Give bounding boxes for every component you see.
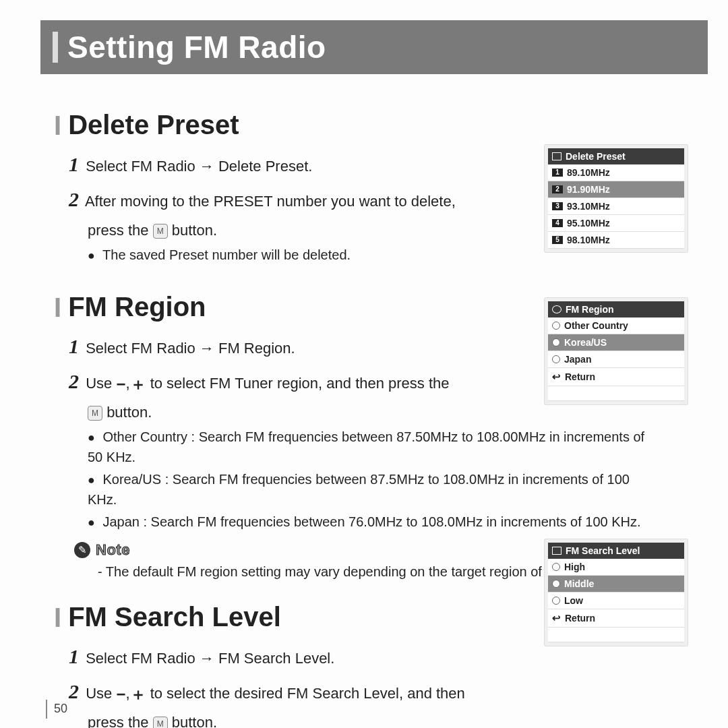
step: 1 Select FM Radio → FM Search Level.: [69, 640, 506, 673]
fm-search-level-screen: FM Search Level High Middle Low ↩Return: [545, 539, 688, 646]
list-item: Japan: [548, 351, 684, 368]
preset-num-icon: 5: [552, 236, 563, 244]
step-text: button.: [107, 404, 152, 421]
step-text: Select FM Radio → Delete Preset.: [86, 158, 312, 175]
step-text: Select FM Radio → FM Region.: [86, 340, 295, 357]
m-button-icon: M: [88, 406, 102, 421]
list-item: 393.10MHz: [548, 198, 684, 215]
list-item: Low: [548, 593, 684, 609]
page-title: Setting FM Radio: [67, 29, 326, 65]
list-item-label: Japan: [564, 354, 591, 365]
step-text: press the: [88, 714, 149, 728]
list-item-label: Low: [564, 595, 583, 606]
step-continuation: press the M button.: [88, 218, 506, 242]
plus-icon: ＋: [130, 685, 146, 703]
list-item-label: Return: [565, 613, 595, 624]
globe-icon: [552, 305, 562, 313]
bullet-text: Other Country : Search FM frequencies be…: [88, 429, 644, 464]
step: 1 Select FM Radio → Delete Preset.: [69, 148, 506, 181]
screen-titlebar: Delete Preset: [548, 148, 684, 164]
radio-icon: [552, 563, 560, 571]
list-item: 495.10MHz: [548, 215, 684, 232]
bullet-icon: ●: [88, 431, 95, 444]
bullet-icon: ●: [88, 249, 95, 262]
bullet: ● Japan : Search FM frequencies between …: [88, 512, 661, 532]
list-item-label: Korea/US: [564, 337, 607, 348]
step-text: button.: [172, 714, 217, 728]
step-continuation: press the M button.: [88, 710, 506, 728]
bullet-text: The saved Preset number will be deleted.: [102, 247, 351, 262]
list-item: 598.10MHz: [548, 232, 684, 249]
list-item-label: 95.10MHz: [567, 218, 610, 229]
step-text: button.: [172, 222, 217, 239]
list-item-empty: [548, 628, 684, 642]
list-item-label: 93.10MHz: [567, 201, 610, 212]
m-button-icon: M: [153, 717, 168, 728]
trash-icon: [552, 152, 562, 160]
step-continuation: M button.: [88, 400, 506, 424]
search-level-icon: [552, 547, 562, 555]
step-text: to select FM Tuner region, and then pres…: [150, 375, 450, 392]
return-icon: ↩: [552, 371, 561, 383]
bullet: ● The saved Preset number will be delete…: [88, 245, 506, 265]
bullet-text: Korea/US : Search FM frequencies between…: [88, 472, 630, 507]
list-item-label: Return: [565, 371, 595, 382]
step-text: Select FM Radio → FM Search Level.: [86, 650, 334, 667]
heading-accent-icon: I: [54, 604, 61, 631]
preset-num-icon: 4: [552, 219, 563, 227]
step-number-2: 2: [69, 370, 79, 392]
step-text: Use: [86, 375, 112, 392]
minus-icon: −: [116, 685, 125, 703]
step-number-2: 2: [69, 680, 79, 702]
screen-title: Delete Preset: [566, 151, 626, 162]
heading-accent-icon: I: [54, 112, 61, 139]
list-item-label: Other Country: [564, 320, 628, 331]
step-text: to select the desired FM Search Level, a…: [150, 685, 465, 702]
list-item: ↩Return: [548, 368, 684, 386]
heading-text: FM Region: [68, 292, 206, 322]
list-item-label: 91.90MHz: [567, 184, 610, 195]
preset-num-icon: 2: [552, 185, 563, 193]
return-icon: ↩: [552, 612, 561, 624]
page-number: 50: [54, 702, 67, 716]
radio-icon: [552, 580, 560, 588]
step-number-2: 2: [69, 188, 79, 210]
list-item-label: 98.10MHz: [567, 235, 610, 245]
radio-icon: [552, 597, 560, 605]
note-label: Note: [96, 541, 130, 559]
step: 2 After moving to the PRESET number you …: [69, 183, 506, 216]
step-number-1: 1: [69, 335, 79, 357]
screen-title: FM Search Level: [566, 545, 640, 556]
delete-preset-screen: Delete Preset 189.10MHz 291.90MHz 393.10…: [545, 145, 688, 252]
heading-text: FM Search Level: [68, 602, 281, 632]
bullet-icon: ●: [88, 473, 95, 487]
page-header: Setting FM Radio: [40, 20, 708, 74]
step: 2 Use −,＋ to select the desired FM Searc…: [69, 675, 506, 708]
list-item: ↩Return: [548, 609, 684, 628]
radio-icon: [552, 322, 560, 330]
step: 1 Select FM Radio → FM Region.: [69, 330, 506, 363]
list-item-label: 89.10MHz: [567, 167, 610, 178]
list-item: Other Country: [548, 317, 684, 334]
fm-region-screen: FM Region Other Country Korea/US Japan ↩…: [545, 298, 688, 404]
list-item-selected: Middle: [548, 576, 684, 593]
header-accent: [53, 32, 58, 63]
step-text: Use: [86, 685, 112, 702]
list-item-selected: 291.90MHz: [548, 181, 684, 198]
step: 2 Use −,＋ to select FM Tuner region, and…: [69, 365, 506, 398]
step-number-1: 1: [69, 153, 79, 175]
bullet-text: Japan : Search FM frequencies between 76…: [102, 514, 640, 529]
bullet-icon: ●: [88, 516, 95, 529]
list-item: 189.10MHz: [548, 164, 684, 181]
plus-icon: ＋: [130, 375, 146, 393]
list-item-empty: [548, 386, 684, 401]
heading-accent-icon: I: [54, 294, 61, 321]
list-item-label: Middle: [564, 578, 594, 589]
list-item-label: High: [564, 562, 585, 572]
screen-titlebar: FM Search Level: [548, 543, 684, 559]
pencil-note-icon: ✎: [74, 542, 90, 558]
radio-icon: [552, 355, 560, 363]
page-number-rule: [46, 700, 47, 719]
screen-title: FM Region: [566, 304, 614, 315]
minus-icon: −: [116, 375, 125, 393]
